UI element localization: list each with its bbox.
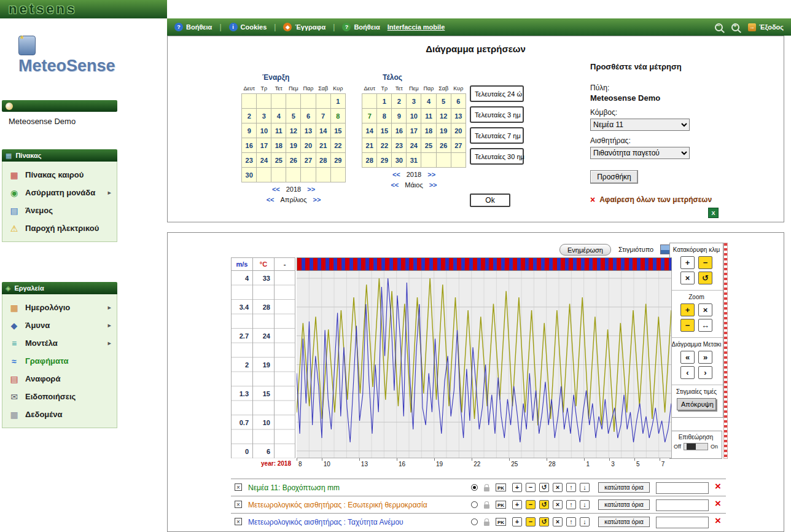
pk-button[interactable]: PK xyxy=(496,483,506,491)
calendar-prev-month[interactable]: << xyxy=(391,181,399,189)
calendar-day[interactable]: 3 xyxy=(407,94,421,109)
calendar-day[interactable]: 20 xyxy=(301,138,316,153)
calendar-day[interactable]: 29 xyxy=(377,153,392,168)
quick-range-button-2[interactable]: Τελευταίες 3 ημ xyxy=(470,106,524,123)
calendar-day[interactable]: 24 xyxy=(407,138,421,153)
calendar-day[interactable]: 19 xyxy=(436,123,451,138)
series-radio[interactable] xyxy=(471,501,478,508)
sidebar-item[interactable]: ▦Πίνακας καιρού xyxy=(2,166,117,184)
series-up-button[interactable]: ↑ xyxy=(566,483,576,492)
calendar-day[interactable]: 9 xyxy=(242,123,257,138)
calendar-day[interactable]: 14 xyxy=(362,123,377,138)
sidebar-item[interactable]: ≈Γραφήματα xyxy=(2,352,117,370)
sensor-select[interactable]: Πιθανότητα παγετού xyxy=(590,147,690,159)
series-radio[interactable] xyxy=(471,484,478,491)
sidebar-item[interactable]: ▦Δεδομένα xyxy=(2,405,117,423)
calendar-day[interactable]: 28 xyxy=(316,153,330,168)
calendar-day[interactable]: 4 xyxy=(421,94,436,109)
calendar-day[interactable]: 17 xyxy=(407,123,421,138)
quick-range-button-4[interactable]: Τελευταίες 30 ημ xyxy=(470,148,524,165)
quick-range-button-1[interactable]: Τελευταίες 24 ώ xyxy=(470,85,524,102)
calendar-day[interactable]: 2 xyxy=(242,109,257,123)
inspect-slider-knob[interactable] xyxy=(687,444,696,450)
calendar-day[interactable]: 17 xyxy=(257,138,271,153)
zoom-button-3[interactable]: − xyxy=(680,319,695,332)
calendar-day[interactable]: 12 xyxy=(436,109,451,123)
calendar-day[interactable]: 31 xyxy=(407,153,421,168)
limits-button[interactable]: κατώτατα όρια xyxy=(598,517,650,527)
series-radio[interactable] xyxy=(471,518,478,525)
calendar-day[interactable]: 30 xyxy=(392,153,407,168)
calendar-day[interactable]: 20 xyxy=(451,123,466,138)
calendar-day[interactable]: 29 xyxy=(330,153,345,168)
sidebar-item[interactable]: ◆Άμυνα xyxy=(2,316,117,334)
calendar-day[interactable]: 7 xyxy=(362,109,377,123)
series-up-button[interactable]: ↑ xyxy=(566,517,576,526)
threshold-input[interactable] xyxy=(656,499,709,511)
calendar-day[interactable]: 16 xyxy=(392,123,407,138)
calendar-day[interactable]: 19 xyxy=(286,138,301,153)
zoom-in-icon[interactable] xyxy=(731,23,739,31)
calendar-day[interactable]: 15 xyxy=(330,123,345,138)
vertical-scale-button-3[interactable]: × xyxy=(680,272,695,284)
calendar-day[interactable]: 10 xyxy=(407,109,421,123)
calendar-day[interactable]: 23 xyxy=(392,138,407,153)
chart-move-button-3[interactable]: ‹ xyxy=(680,366,695,379)
sidebar-item[interactable]: ◉Ασύρματη μονάδα xyxy=(2,184,117,201)
series-close-button[interactable]: × xyxy=(553,517,563,526)
lock-icon[interactable] xyxy=(484,522,489,526)
sidebar-item[interactable]: ▤Αναφορά xyxy=(2,370,117,388)
calendar-day[interactable]: 11 xyxy=(421,109,436,123)
calendar-day[interactable]: 5 xyxy=(436,94,451,109)
node-select[interactable]: Νεμέα 11 xyxy=(590,119,690,131)
series-down-button[interactable]: ↓ xyxy=(580,517,590,526)
ok-button[interactable]: Ok xyxy=(470,194,510,207)
lock-icon[interactable] xyxy=(484,504,489,509)
limits-button[interactable]: κατώτατα όρια xyxy=(598,499,650,510)
zoom-out-icon[interactable] xyxy=(715,23,723,31)
calendar-day[interactable]: 30 xyxy=(242,168,257,182)
excel-export-icon[interactable] xyxy=(708,208,719,218)
series-up-button[interactable]: ↑ xyxy=(566,500,576,509)
calendar-day[interactable]: 26 xyxy=(436,138,451,153)
series-reset-button[interactable]: ↺ xyxy=(539,517,549,526)
calendar-day[interactable]: 2 xyxy=(392,94,407,109)
calendar-day[interactable]: 22 xyxy=(377,138,392,153)
remove-all-measurements[interactable]: × Αφαίρεση όλων των μετρήσεων xyxy=(590,195,750,205)
calendar-day[interactable]: 24 xyxy=(257,153,271,168)
zoom-button-2[interactable]: × xyxy=(698,303,712,316)
calendar-day[interactable]: 7 xyxy=(316,109,330,123)
series-checkbox[interactable]: × xyxy=(235,501,242,508)
calendar-day[interactable]: 6 xyxy=(451,94,466,109)
series-close-button[interactable]: × xyxy=(553,483,563,492)
calendar-day[interactable]: 5 xyxy=(286,109,301,123)
series-minus-button[interactable]: − xyxy=(526,517,536,526)
remove-series-button[interactable]: × xyxy=(715,515,721,527)
limits-button[interactable]: κατώτατα όρια xyxy=(598,482,650,493)
series-minus-button[interactable]: − xyxy=(526,500,536,509)
calendar-day[interactable]: 18 xyxy=(421,123,436,138)
hide-button[interactable]: Απόκρυψη xyxy=(677,398,716,410)
pk-button[interactable]: PK xyxy=(496,501,506,509)
calendar-day[interactable]: 15 xyxy=(377,123,392,138)
calendar-prev-year[interactable]: << xyxy=(272,186,280,193)
calendar-day[interactable]: 21 xyxy=(362,138,377,153)
chart-move-button-1[interactable]: « xyxy=(680,351,695,364)
chart-move-button-4[interactable]: › xyxy=(698,366,712,379)
calendar-day[interactable]: 23 xyxy=(242,153,257,168)
calendar-day[interactable]: 14 xyxy=(316,123,330,138)
calendar-next-month[interactable]: >> xyxy=(313,196,321,203)
calendar-day[interactable]: 1 xyxy=(377,94,392,109)
calendar-day[interactable]: 27 xyxy=(451,138,466,153)
vertical-scale-button-4[interactable]: ↺ xyxy=(698,272,712,284)
calendar-prev-month[interactable]: << xyxy=(267,196,275,203)
series-down-button[interactable]: ↓ xyxy=(580,483,590,492)
calendar-day[interactable]: 25 xyxy=(421,138,436,153)
series-plus-button[interactable]: + xyxy=(512,483,522,492)
calendar-day[interactable]: 3 xyxy=(257,109,271,123)
calendar-day[interactable]: 8 xyxy=(377,109,392,123)
quick-range-button-3[interactable]: Τελευταίες 7 ημ xyxy=(470,127,524,144)
calendar-day[interactable]: 13 xyxy=(301,123,316,138)
refresh-button[interactable]: Ενημέρωση xyxy=(559,244,611,256)
threshold-input[interactable] xyxy=(656,482,709,494)
